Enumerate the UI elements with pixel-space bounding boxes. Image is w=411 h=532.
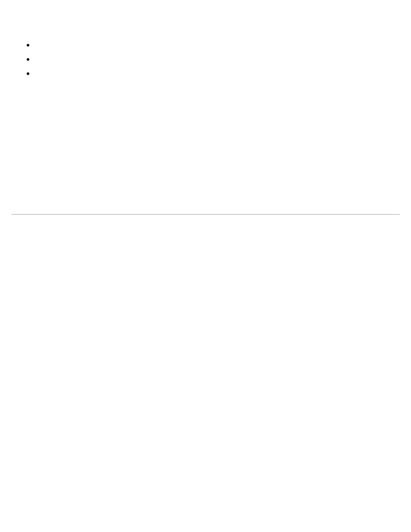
bullet-icon: [27, 72, 29, 75]
list-item: [27, 66, 411, 81]
bullet-icon: [27, 44, 29, 47]
list-item: [27, 52, 411, 66]
list-item: [27, 38, 411, 52]
bullet-icon: [27, 58, 29, 61]
mid-spacer: [0, 81, 411, 214]
top-spacer: [0, 0, 411, 38]
divider-container: [0, 214, 411, 215]
bullet-list: [0, 38, 411, 81]
horizontal-divider: [11, 214, 400, 215]
